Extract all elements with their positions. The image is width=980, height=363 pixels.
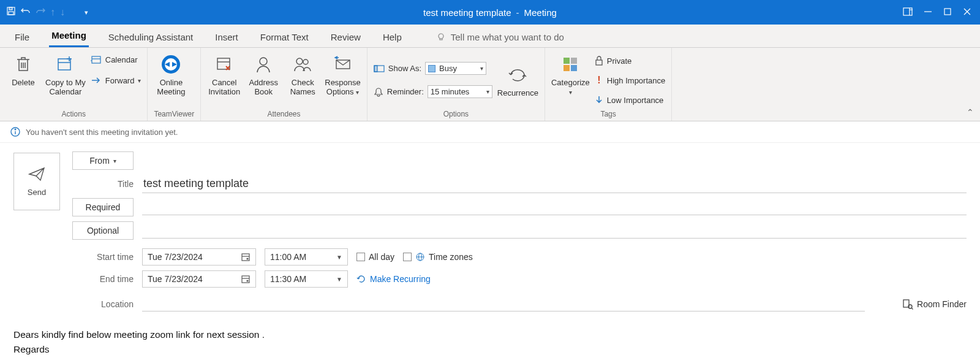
from-button[interactable]: From ▾ bbox=[72, 151, 134, 170]
exclamation-icon: ! bbox=[595, 75, 603, 86]
svg-point-17 bbox=[260, 58, 267, 65]
svg-point-19 bbox=[303, 59, 308, 64]
redo-icon[interactable] bbox=[36, 6, 45, 18]
reminder-select[interactable]: 15 minutes ▾ bbox=[428, 85, 492, 98]
message-body[interactable]: Dears kindly find below meeting zoom lin… bbox=[0, 316, 980, 363]
svg-rect-2 bbox=[9, 12, 13, 15]
response-icon bbox=[334, 53, 352, 76]
online-meeting-button[interactable]: Online Meeting bbox=[154, 52, 188, 97]
send-icon bbox=[28, 167, 45, 182]
start-date-input[interactable]: Tue 7/23/2024 bbox=[142, 248, 256, 266]
svg-point-18 bbox=[296, 58, 303, 64]
forward-button[interactable]: Forward ▾ bbox=[91, 72, 141, 88]
low-importance-button[interactable]: Low Importance bbox=[595, 92, 665, 108]
chevron-down-icon: ▼ bbox=[336, 276, 342, 283]
people-check-icon bbox=[293, 53, 312, 76]
send-button[interactable]: Send bbox=[13, 153, 60, 210]
categorize-button[interactable]: Categorize▾ bbox=[551, 52, 590, 97]
private-button[interactable]: Private bbox=[595, 53, 665, 69]
tab-file[interactable]: File bbox=[12, 32, 32, 47]
next-icon[interactable]: ↓ bbox=[60, 7, 65, 18]
svg-rect-25 bbox=[564, 65, 570, 71]
end-time-input[interactable]: 11:30 AM ▼ bbox=[265, 270, 348, 288]
required-button[interactable]: Required bbox=[72, 198, 134, 216]
info-icon bbox=[10, 126, 21, 137]
ribbon-display-icon[interactable] bbox=[903, 7, 913, 18]
bell-icon bbox=[374, 87, 383, 97]
start-time-label: Start time bbox=[72, 252, 134, 262]
high-importance-button[interactable]: ! High Importance bbox=[595, 72, 665, 88]
location-label: Location bbox=[72, 299, 134, 309]
optional-input[interactable] bbox=[142, 223, 967, 239]
svg-rect-11 bbox=[92, 56, 100, 63]
show-as-icon bbox=[374, 64, 385, 73]
lightbulb-icon bbox=[436, 32, 446, 42]
svg-rect-23 bbox=[564, 58, 570, 64]
undo-icon[interactable] bbox=[21, 6, 31, 18]
lock-icon bbox=[595, 56, 603, 66]
calendar-icon bbox=[241, 252, 251, 262]
make-recurring-link[interactable]: Make Recurring bbox=[356, 274, 431, 284]
start-time-input[interactable]: 11:00 AM ▼ bbox=[265, 248, 348, 266]
collapse-ribbon-icon[interactable]: ⌃ bbox=[967, 107, 974, 117]
calendar-copy-icon bbox=[56, 53, 75, 76]
tab-insert[interactable]: Insert bbox=[213, 32, 241, 47]
room-finder-button[interactable]: Room Finder bbox=[902, 299, 967, 310]
svg-rect-37 bbox=[242, 276, 249, 283]
svg-rect-5 bbox=[944, 9, 951, 15]
copy-to-calendar-button[interactable]: Copy to My Calendar bbox=[45, 52, 86, 97]
recurrence-icon bbox=[507, 63, 528, 86]
optional-button[interactable]: Optional bbox=[72, 221, 134, 240]
recurrence-button[interactable]: Recurrence bbox=[497, 62, 538, 98]
previous-icon[interactable]: ↑ bbox=[50, 7, 55, 18]
location-input[interactable] bbox=[142, 296, 865, 311]
chevron-down-icon: ▾ bbox=[138, 77, 141, 84]
tab-format[interactable]: Format Text bbox=[258, 32, 311, 47]
check-names-button[interactable]: Check Names bbox=[285, 52, 320, 97]
minimize-icon[interactable] bbox=[924, 7, 932, 18]
response-options-button[interactable]: Response Options ▾ bbox=[325, 52, 361, 97]
svg-rect-27 bbox=[596, 60, 602, 65]
group-options: Show As: Busy ▾ Reminder: 15 minutes ▾ bbox=[368, 48, 545, 121]
ribbon: Delete Copy to My Calendar Calendar Forw… bbox=[0, 48, 980, 121]
time-zones-checkbox[interactable]: Time zones bbox=[403, 252, 473, 262]
svg-line-42 bbox=[911, 308, 913, 310]
down-arrow-icon bbox=[595, 95, 603, 105]
reminder-label: Reminder: bbox=[387, 87, 424, 96]
show-as-select[interactable]: Busy ▾ bbox=[425, 62, 486, 75]
info-bar: You haven't sent this meeting invitation… bbox=[0, 121, 980, 143]
svg-point-39 bbox=[247, 280, 248, 281]
address-book-button[interactable]: Address Book bbox=[246, 52, 281, 97]
cancel-invitation-button[interactable]: Cancel Invitation bbox=[207, 52, 241, 97]
calendar-button[interactable]: Calendar bbox=[91, 52, 141, 67]
teamviewer-icon bbox=[160, 53, 181, 76]
tab-help[interactable]: Help bbox=[380, 32, 404, 47]
tab-meeting[interactable]: Meeting bbox=[49, 30, 89, 47]
show-as-label: Show As: bbox=[388, 64, 421, 73]
tab-scheduling[interactable]: Scheduling Assistant bbox=[106, 32, 195, 47]
end-date-input[interactable]: Tue 7/23/2024 bbox=[142, 270, 256, 288]
window-title: test meeting template - Meeting bbox=[423, 7, 557, 18]
svg-rect-22 bbox=[374, 66, 377, 72]
tell-me-search[interactable]: Tell me what you want to do bbox=[436, 32, 564, 47]
qat-more-icon[interactable]: ▾ bbox=[85, 9, 88, 17]
chevron-down-icon: ▾ bbox=[113, 158, 116, 164]
delete-button[interactable]: Delete bbox=[6, 52, 40, 88]
title-input[interactable] bbox=[142, 175, 967, 193]
room-finder-icon bbox=[902, 299, 913, 310]
maximize-icon[interactable] bbox=[943, 7, 952, 18]
all-day-checkbox[interactable]: All day bbox=[356, 252, 394, 262]
required-input[interactable] bbox=[142, 200, 967, 215]
svg-rect-31 bbox=[242, 254, 249, 261]
svg-rect-24 bbox=[571, 58, 577, 64]
save-icon[interactable] bbox=[6, 6, 16, 18]
svg-rect-9 bbox=[58, 59, 70, 70]
tab-review[interactable]: Review bbox=[328, 32, 363, 47]
globe-icon bbox=[415, 252, 425, 262]
close-icon[interactable] bbox=[963, 7, 971, 18]
group-tags: Categorize▾ Private ! High Importance Lo… bbox=[545, 48, 672, 121]
chevron-down-icon: ▼ bbox=[336, 254, 342, 261]
svg-rect-3 bbox=[903, 8, 912, 15]
forward-arrow-icon bbox=[91, 76, 102, 85]
trash-icon bbox=[15, 53, 32, 76]
